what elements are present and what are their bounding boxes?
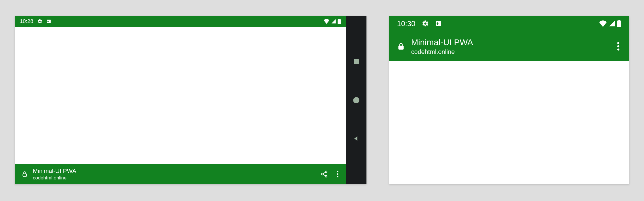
status-bar: 10:30 xyxy=(389,16,629,31)
signal-icon xyxy=(608,20,616,27)
card-icon xyxy=(435,20,442,27)
svg-point-9 xyxy=(337,176,338,177)
svg-line-5 xyxy=(323,175,325,176)
status-right xyxy=(599,20,621,27)
battery-icon xyxy=(617,20,621,27)
address-bar: Minimal-UI PWA codehtml.online xyxy=(15,164,346,184)
svg-point-8 xyxy=(337,173,338,175)
status-time: 10:30 xyxy=(397,19,415,28)
address-bar: Minimal-UI PWA codehtml.online xyxy=(389,31,629,61)
gear-icon xyxy=(422,20,429,27)
address-actions xyxy=(321,170,342,178)
svg-point-13 xyxy=(617,42,619,44)
card-icon xyxy=(46,19,51,24)
status-time: 10:28 xyxy=(20,18,33,24)
svg-line-6 xyxy=(323,172,325,173)
status-left: 10:28 xyxy=(20,18,51,24)
status-right xyxy=(323,19,341,24)
battery-icon xyxy=(338,19,341,24)
nav-home-button[interactable] xyxy=(351,95,362,106)
app-url: codehtml.online xyxy=(411,48,612,56)
gear-icon xyxy=(37,19,42,24)
system-nav-bar xyxy=(346,16,366,184)
app-title: Minimal-UI PWA xyxy=(33,167,321,175)
lock-icon xyxy=(397,41,405,51)
svg-point-4 xyxy=(325,175,327,177)
nav-overview-button[interactable] xyxy=(351,56,362,67)
svg-point-15 xyxy=(617,49,619,51)
address-text: Minimal-UI PWA codehtml.online xyxy=(33,167,321,181)
svg-rect-1 xyxy=(23,174,27,176)
lock-icon xyxy=(22,170,28,178)
more-icon[interactable] xyxy=(612,41,625,51)
svg-point-2 xyxy=(325,171,327,173)
svg-point-11 xyxy=(353,97,359,103)
svg-point-3 xyxy=(321,173,323,175)
svg-point-14 xyxy=(617,45,619,47)
svg-rect-10 xyxy=(354,59,359,64)
svg-point-7 xyxy=(337,171,338,172)
status-bar: 10:28 xyxy=(15,16,346,27)
nav-back-button[interactable] xyxy=(351,133,362,144)
app-url: codehtml.online xyxy=(33,175,321,181)
device-right: 10:30 Minimal-UI PWA codeh xyxy=(389,16,629,184)
wifi-icon xyxy=(323,19,330,24)
content-area xyxy=(389,61,629,184)
wifi-icon xyxy=(599,20,607,27)
more-icon[interactable] xyxy=(336,170,339,178)
signal-icon xyxy=(331,19,336,24)
content-area xyxy=(15,27,346,164)
share-icon[interactable] xyxy=(321,170,328,178)
device-left-landscape: 10:28 xyxy=(15,16,366,184)
status-left: 10:30 xyxy=(397,19,442,28)
app-title: Minimal-UI PWA xyxy=(411,37,612,48)
device-left-screen: 10:28 xyxy=(15,16,346,184)
address-text: Minimal-UI PWA codehtml.online xyxy=(411,37,612,56)
